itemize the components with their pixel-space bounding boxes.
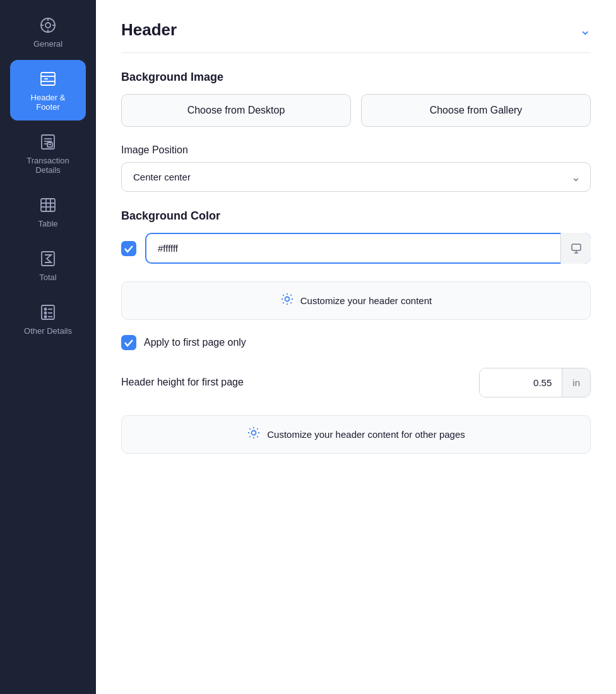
customize-header-first-label: Customize your header content bbox=[300, 295, 432, 306]
apply-first-page-checkbox[interactable] bbox=[121, 335, 136, 350]
sidebar-item-total[interactable]: Total bbox=[10, 240, 86, 291]
svg-point-33 bbox=[252, 431, 256, 435]
main-content: Header ⌄ Background Image Choose from De… bbox=[96, 0, 616, 694]
color-text-input[interactable]: #ffffff bbox=[145, 233, 591, 264]
sidebar-item-table[interactable]: Table bbox=[10, 186, 86, 237]
page-title: Header bbox=[121, 20, 177, 40]
gear-icon-first bbox=[280, 292, 294, 309]
customize-header-first-button[interactable]: Customize your header content bbox=[121, 281, 591, 320]
svg-point-25 bbox=[45, 312, 47, 314]
image-position-wrapper: Center center Center left Center right T… bbox=[121, 162, 591, 192]
sidebar-item-header-footer[interactable]: Header &Footer bbox=[10, 60, 86, 121]
svg-rect-21 bbox=[42, 252, 54, 266]
background-color-title: Background Color bbox=[121, 209, 591, 223]
apply-first-page-label: Apply to first page only bbox=[144, 337, 246, 348]
image-buttons: Choose from Desktop Choose from Gallery bbox=[121, 94, 591, 127]
section-divider bbox=[121, 52, 591, 53]
image-position-select[interactable]: Center center Center left Center right T… bbox=[121, 162, 591, 192]
color-row: #ffffff bbox=[121, 233, 591, 264]
sidebar-item-label-total: Total bbox=[39, 273, 56, 282]
customize-header-other-label: Customize your header content for other … bbox=[267, 429, 465, 440]
sidebar-item-general[interactable]: General bbox=[10, 6, 86, 57]
header-height-unit: in bbox=[562, 368, 590, 397]
header-height-input[interactable]: 0.55 bbox=[480, 368, 562, 397]
sidebar-item-label-header-footer: Header &Footer bbox=[31, 93, 66, 112]
image-position-label: Image Position bbox=[121, 144, 591, 156]
choose-gallery-button[interactable]: Choose from Gallery bbox=[361, 94, 591, 127]
svg-rect-16 bbox=[41, 199, 55, 211]
customize-header-other-button[interactable]: Customize your header content for other … bbox=[121, 415, 591, 454]
choose-desktop-button[interactable]: Choose from Desktop bbox=[121, 94, 351, 127]
section-header: Header ⌄ bbox=[121, 20, 591, 40]
svg-point-23 bbox=[45, 309, 47, 310]
background-image-title: Background Image bbox=[121, 71, 591, 84]
transaction-icon bbox=[38, 132, 58, 152]
apply-first-page-row: Apply to first page only bbox=[121, 335, 591, 350]
svg-point-32 bbox=[285, 297, 289, 302]
header-footer-icon bbox=[38, 69, 58, 89]
header-height-row: Header height for first page 0.55 in bbox=[121, 368, 591, 397]
sidebar-item-label-transaction: TransactionDetails bbox=[27, 156, 69, 175]
sidebar: General Header &Footer Transaction bbox=[0, 0, 96, 694]
section-collapse-icon[interactable]: ⌄ bbox=[579, 22, 591, 38]
other-details-icon bbox=[38, 302, 58, 322]
color-input-wrapper: #ffffff bbox=[145, 233, 591, 264]
sidebar-item-other-details[interactable]: Other Details bbox=[10, 293, 86, 344]
general-icon bbox=[38, 15, 58, 35]
gear-icon-other bbox=[247, 426, 261, 443]
header-height-input-group: 0.55 in bbox=[479, 368, 591, 397]
sidebar-item-label-general: General bbox=[33, 39, 62, 49]
sidebar-item-label-table: Table bbox=[38, 219, 57, 228]
svg-point-27 bbox=[45, 316, 47, 318]
sidebar-item-label-other-details: Other Details bbox=[24, 326, 72, 336]
total-icon bbox=[38, 249, 58, 269]
svg-rect-29 bbox=[572, 244, 581, 250]
color-checkbox[interactable] bbox=[121, 241, 136, 256]
table-icon bbox=[38, 195, 58, 215]
color-picker-button[interactable] bbox=[560, 233, 591, 264]
svg-point-1 bbox=[45, 23, 50, 28]
header-height-label: Header height for first page bbox=[121, 375, 466, 389]
sidebar-item-transaction-details[interactable]: TransactionDetails bbox=[10, 123, 86, 184]
